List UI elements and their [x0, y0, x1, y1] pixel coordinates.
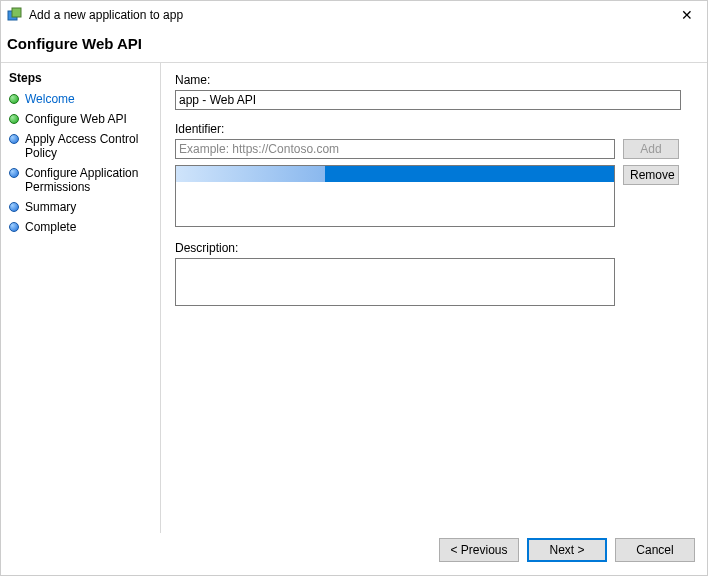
- wizard-footer: < Previous Next > Cancel: [1, 533, 707, 575]
- close-icon: ✕: [681, 7, 693, 23]
- step-configure-application-permissions[interactable]: Configure Application Permissions: [5, 163, 160, 197]
- name-input[interactable]: [175, 90, 681, 110]
- identifier-list-item[interactable]: [176, 166, 614, 182]
- step-welcome[interactable]: Welcome: [5, 89, 160, 109]
- identifier-input[interactable]: [175, 139, 615, 159]
- cancel-button[interactable]: Cancel: [615, 538, 695, 562]
- step-label: Welcome: [25, 92, 75, 106]
- name-label: Name:: [175, 73, 697, 87]
- step-label: Configure Web API: [25, 112, 127, 126]
- next-button[interactable]: Next >: [527, 538, 607, 562]
- step-summary[interactable]: Summary: [5, 197, 160, 217]
- step-label: Summary: [25, 200, 76, 214]
- description-textarea[interactable]: [175, 258, 615, 306]
- step-complete-icon: [9, 94, 19, 104]
- window-title: Add a new application to app: [29, 8, 673, 22]
- description-label: Description:: [175, 241, 697, 255]
- remove-button[interactable]: Remove: [623, 165, 679, 185]
- identifier-list-row: Remove: [175, 165, 697, 227]
- identifier-row: Add: [175, 139, 697, 159]
- identifier-listbox[interactable]: [175, 165, 615, 227]
- title-bar: Add a new application to app ✕: [1, 1, 707, 29]
- step-pending-icon: [9, 134, 19, 144]
- page-header: Configure Web API: [1, 29, 707, 62]
- step-complete[interactable]: Complete: [5, 217, 160, 237]
- app-icon: [7, 7, 23, 23]
- close-button[interactable]: ✕: [673, 1, 701, 29]
- identifier-item-highlight: [176, 166, 325, 182]
- step-apply-access-control-policy[interactable]: Apply Access Control Policy: [5, 129, 160, 163]
- wizard-window: Add a new application to app ✕ Configure…: [0, 0, 708, 576]
- add-button[interactable]: Add: [623, 139, 679, 159]
- form-panel: Name: Identifier: Add Remove Description…: [161, 63, 707, 533]
- step-pending-icon: [9, 202, 19, 212]
- page-title: Configure Web API: [7, 35, 697, 52]
- identifier-label: Identifier:: [175, 122, 697, 136]
- step-pending-icon: [9, 222, 19, 232]
- step-pending-icon: [9, 168, 19, 178]
- steps-sidebar: Steps Welcome Configure Web API Apply Ac…: [1, 63, 161, 533]
- previous-button[interactable]: < Previous: [439, 538, 519, 562]
- step-label: Complete: [25, 220, 76, 234]
- svg-rect-1: [12, 8, 21, 17]
- step-label: Configure Application Permissions: [25, 166, 156, 194]
- step-configure-web-api[interactable]: Configure Web API: [5, 109, 160, 129]
- wizard-body: Steps Welcome Configure Web API Apply Ac…: [1, 62, 707, 533]
- steps-heading: Steps: [5, 69, 160, 89]
- step-label: Apply Access Control Policy: [25, 132, 156, 160]
- step-complete-icon: [9, 114, 19, 124]
